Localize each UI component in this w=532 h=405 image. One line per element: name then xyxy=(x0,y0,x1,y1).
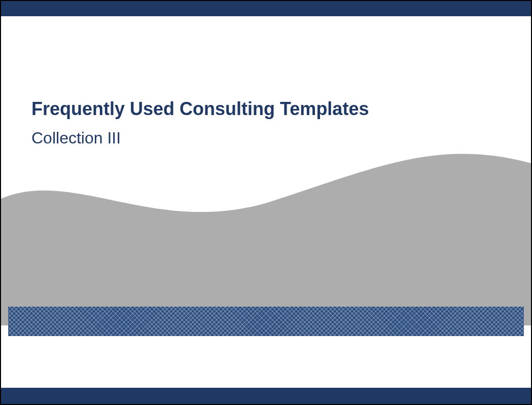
slide-subtitle: Collection III xyxy=(31,129,121,148)
bottom-accent-bar xyxy=(1,388,531,404)
top-accent-bar xyxy=(1,1,531,16)
pattern-band xyxy=(8,307,524,336)
wave-shape xyxy=(1,143,531,325)
slide-title: Frequently Used Consulting Templates xyxy=(31,98,369,120)
